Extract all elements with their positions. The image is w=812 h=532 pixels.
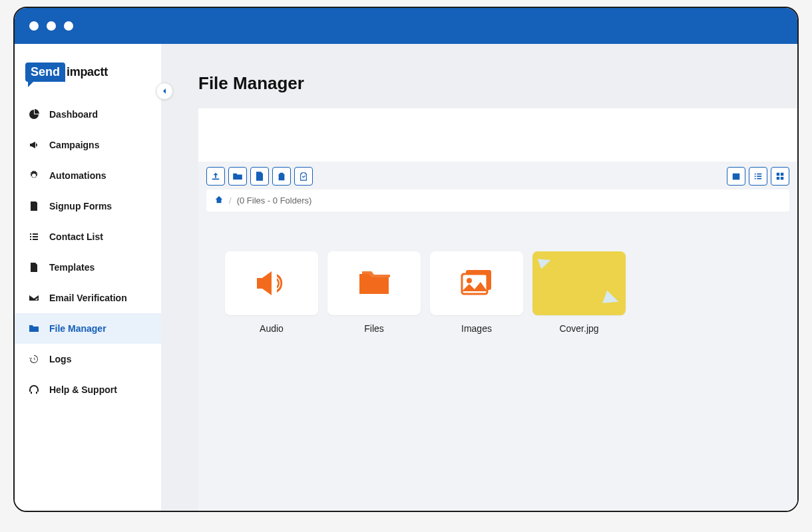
breadcrumb-summary: (0 Files - 0 Folders): [237, 196, 312, 205]
file-label: Audio: [225, 323, 318, 334]
sidebar-item-templates[interactable]: Templates: [15, 252, 161, 283]
content-area: Send impactt DashboardCampaignsAutomatio…: [15, 44, 797, 511]
sidebar-item-contact-list[interactable]: Contact List: [15, 221, 161, 252]
file-manager-panel: / (0 Files - 0 Folders) AudioFilesImages…: [198, 108, 797, 511]
sidebar-item-label: Logs: [49, 354, 71, 364]
sidebar-item-label: Contact List: [49, 231, 103, 242]
file-item-files[interactable]: Files: [327, 251, 421, 342]
sidebar-collapse-button[interactable]: [156, 82, 173, 100]
calendar-button[interactable]: [727, 167, 745, 186]
sidebar-item-label: File Manager: [49, 323, 106, 334]
file-label: Images: [430, 323, 523, 334]
sidebar-item-label: Email Verification: [49, 293, 127, 303]
clipboard-button[interactable]: [294, 167, 313, 186]
sidebar-item-label: Signup Forms: [49, 201, 112, 211]
sidebar-item-help-support[interactable]: Help & Support: [15, 374, 161, 405]
sidebar-nav: DashboardCampaignsAutomationsSignup Form…: [15, 99, 161, 405]
listview-button[interactable]: [749, 167, 767, 186]
sidebar: Send impactt DashboardCampaignsAutomatio…: [15, 44, 161, 511]
sidebar-item-email-verification[interactable]: Email Verification: [15, 283, 161, 313]
svg-point-2: [467, 278, 472, 283]
file-label: Files: [327, 323, 421, 334]
sidebar-item-automations[interactable]: Automations: [15, 160, 161, 191]
breadcrumb-bar: / (0 Files - 0 Folders): [206, 190, 789, 211]
addfile-button[interactable]: [250, 167, 269, 186]
sidebar-item-label: Help & Support: [49, 384, 117, 395]
file-item-images[interactable]: Images: [430, 251, 523, 342]
doc-icon: [28, 261, 40, 273]
brand-badge: Send: [25, 63, 65, 82]
file-thumb: [327, 251, 421, 315]
newfolder-button[interactable]: [228, 167, 247, 186]
file-thumb: [532, 251, 626, 315]
list-icon: [28, 231, 40, 243]
window-dot[interactable]: [47, 21, 56, 31]
sidebar-item-logs[interactable]: Logs: [15, 344, 161, 374]
file-item-cover-jpg[interactable]: Cover.jpg: [532, 251, 626, 342]
panel-spacer: [198, 108, 797, 162]
file-thumb: [225, 251, 318, 315]
app-window: Send impactt DashboardCampaignsAutomatio…: [13, 7, 799, 512]
brand-logo: Send impactt: [15, 48, 161, 99]
paste-button[interactable]: [272, 167, 291, 186]
sidebar-item-label: Dashboard: [49, 109, 98, 120]
page-header: File Manager: [161, 44, 797, 108]
page-title: File Manager: [198, 73, 797, 94]
toolbar-right-group: [727, 167, 789, 186]
window-dot[interactable]: [29, 21, 39, 31]
folder-icon: [28, 323, 40, 334]
form-icon: [28, 200, 40, 212]
gridview-button[interactable]: [771, 167, 789, 186]
window-dot[interactable]: [64, 21, 73, 31]
mailcheck-icon: [28, 292, 40, 304]
sidebar-item-label: Automations: [49, 170, 106, 181]
file-label: Cover.jpg: [532, 323, 626, 334]
toolbar-zone: / (0 Files - 0 Folders): [198, 162, 797, 211]
sidebar-item-signup-forms[interactable]: Signup Forms: [15, 191, 161, 221]
history-icon: [28, 353, 40, 365]
sidebar-item-dashboard[interactable]: Dashboard: [15, 99, 161, 130]
upload-button[interactable]: [206, 167, 225, 186]
file-thumb: [430, 251, 523, 315]
main-content: File Manager / (0 Files - 0 Folders) Aud…: [161, 44, 797, 511]
toolbar-left-group: [206, 167, 313, 186]
megaphone-icon: [28, 139, 40, 151]
file-item-audio[interactable]: Audio: [225, 251, 318, 342]
sidebar-item-label: Campaigns: [49, 140, 99, 150]
breadcrumb-separator: /: [229, 196, 232, 205]
brand-rest: impactt: [67, 65, 108, 79]
toolbar-row: [206, 167, 789, 186]
sidebar-item-file-manager[interactable]: File Manager: [15, 313, 161, 344]
gears-icon: [28, 170, 40, 182]
pie-icon: [28, 108, 40, 120]
sidebar-item-campaigns[interactable]: Campaigns: [15, 130, 161, 160]
window-titlebar: [15, 8, 797, 44]
sidebar-item-label: Templates: [49, 262, 95, 273]
file-grid: AudioFilesImagesCover.jpg: [198, 211, 797, 511]
support-icon: [28, 384, 40, 396]
home-icon[interactable]: [214, 195, 224, 206]
